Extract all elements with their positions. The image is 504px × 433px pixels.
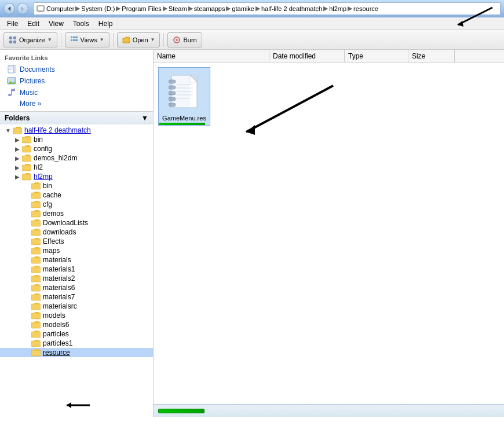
tree-item-downloadlists[interactable]: DownloadLists bbox=[0, 218, 153, 227]
tree-label-18: materials7 bbox=[43, 293, 75, 301]
tree-item-materials2[interactable]: materials2 bbox=[0, 274, 153, 283]
folder-icon bbox=[31, 293, 41, 301]
folder-icon bbox=[31, 237, 41, 245]
tree-expand-1: ▶ bbox=[14, 136, 21, 143]
tree-item-cfg[interactable]: cfg bbox=[0, 200, 153, 209]
notebook-file-icon bbox=[169, 73, 200, 111]
tree-item-bin[interactable]: ▶ bin bbox=[0, 135, 153, 144]
col-header-date[interactable]: Date modified bbox=[269, 50, 345, 62]
tree-item-half-life-2-deathmatch[interactable]: ▼ half-life 2 deathmatch bbox=[0, 126, 153, 135]
forward-button[interactable] bbox=[17, 3, 28, 14]
folder-icon bbox=[31, 256, 41, 264]
tree-item-materials[interactable]: materials bbox=[0, 255, 153, 265]
svg-marker-0 bbox=[8, 6, 10, 11]
views-button[interactable]: Views ▼ bbox=[65, 32, 109, 47]
fav-documents[interactable]: Documents bbox=[5, 64, 149, 75]
menu-edit[interactable]: Edit bbox=[23, 19, 44, 29]
folder-icon bbox=[31, 247, 41, 255]
tree-expand-15 bbox=[23, 266, 30, 273]
tree-label-0: half-life 2 deathmatch bbox=[24, 126, 91, 134]
organize-button[interactable]: Organize ▼ bbox=[3, 32, 57, 47]
menu-view[interactable]: View bbox=[44, 19, 68, 29]
tree-expand-13 bbox=[23, 247, 30, 254]
big-arrow-annotation bbox=[223, 80, 339, 151]
folder-icon bbox=[13, 126, 22, 134]
folder-icon bbox=[31, 348, 41, 357]
col-header-size[interactable]: Size bbox=[408, 50, 455, 62]
folders-header[interactable]: Folders ▼ bbox=[0, 112, 153, 124]
folder-icon bbox=[22, 135, 31, 144]
back-button[interactable] bbox=[3, 3, 15, 14]
tree-item-models[interactable]: models bbox=[0, 311, 153, 320]
fav-pictures[interactable]: Pictures bbox=[5, 75, 149, 87]
tree-item-downloads[interactable]: downloads bbox=[0, 227, 153, 237]
tree-item-materials1[interactable]: materials1 bbox=[0, 265, 153, 274]
address-bar[interactable]: Computer ▶ System (D:) ▶ Program Files ▶… bbox=[34, 2, 501, 15]
tree-item-hl2mp[interactable]: ▶ hl2mp bbox=[0, 172, 153, 181]
svg-rect-33 bbox=[22, 174, 31, 180]
tree-label-3: demos_hl2dm bbox=[34, 154, 77, 162]
tree-item-materials6[interactable]: materials6 bbox=[0, 283, 153, 292]
folder-icon bbox=[31, 228, 41, 236]
svg-rect-30 bbox=[22, 146, 31, 152]
fav-music[interactable]: Music bbox=[5, 87, 149, 98]
tree-item-demos_hl2dm[interactable]: ▶ demos_hl2dm bbox=[0, 153, 153, 163]
tree-label-5: hl2mp bbox=[34, 173, 53, 181]
menu-file[interactable]: File bbox=[2, 19, 23, 29]
more-link[interactable]: More » bbox=[5, 98, 149, 109]
tree-item-maps[interactable]: maps bbox=[0, 246, 153, 255]
tree-label-8: cfg bbox=[43, 200, 52, 208]
favorite-links: Favorite Links Documents bbox=[0, 50, 153, 111]
svg-rect-31 bbox=[22, 156, 31, 162]
svg-line-53 bbox=[246, 86, 333, 132]
tree-item-models6[interactable]: models6 bbox=[0, 320, 153, 329]
svg-rect-48 bbox=[31, 313, 41, 319]
tree-expand-2: ▶ bbox=[14, 145, 21, 152]
title-bar: Computer ▶ System (D:) ▶ Program Files ▶… bbox=[0, 0, 504, 17]
svg-rect-41 bbox=[31, 248, 41, 254]
tree-item-config[interactable]: ▶ config bbox=[0, 144, 153, 153]
menu-tools[interactable]: Tools bbox=[68, 19, 94, 29]
menu-help[interactable]: Help bbox=[94, 19, 118, 29]
col-header-type[interactable]: Type bbox=[345, 50, 408, 62]
tree-item-demos[interactable]: demos bbox=[0, 209, 153, 218]
tree-item-effects[interactable]: Effects bbox=[0, 237, 153, 246]
breadcrumb-path: Computer ▶ System (D:) ▶ Program Files ▶… bbox=[46, 5, 378, 12]
tree-expand-5: ▶ bbox=[14, 173, 21, 180]
tree-expand-24 bbox=[23, 349, 30, 356]
tree-expand-6 bbox=[23, 182, 30, 189]
tree-expand-10 bbox=[23, 219, 30, 226]
selected-file-green-bar bbox=[159, 123, 205, 125]
svg-rect-49 bbox=[31, 322, 41, 328]
organize-icon bbox=[9, 36, 17, 44]
folders-collapse-icon: ▼ bbox=[141, 114, 148, 122]
svg-rect-32 bbox=[22, 165, 31, 171]
folder-icon bbox=[31, 339, 41, 347]
tree-item-materials7[interactable]: materials7 bbox=[0, 292, 153, 302]
folder-icon bbox=[31, 191, 41, 199]
col-header-name[interactable]: Name bbox=[154, 50, 269, 62]
svg-rect-50 bbox=[31, 332, 41, 337]
tree-expand-12 bbox=[23, 238, 30, 245]
tree-label-6: bin bbox=[43, 182, 52, 190]
burn-button[interactable]: Burn bbox=[167, 32, 202, 47]
views-dropdown-arrow: ▼ bbox=[100, 37, 104, 42]
open-button[interactable]: Open ▼ bbox=[117, 32, 160, 47]
tree-item-hl2[interactable]: ▶ hl2 bbox=[0, 163, 153, 172]
tree-item-particles1[interactable]: particles1 bbox=[0, 339, 153, 348]
tree-item-particles[interactable]: particles bbox=[0, 329, 153, 339]
tree-item-bin[interactable]: bin bbox=[0, 181, 153, 190]
svg-rect-27 bbox=[11, 89, 12, 95]
folder-icon bbox=[31, 302, 41, 310]
svg-rect-2 bbox=[37, 6, 44, 11]
svg-rect-14 bbox=[73, 39, 75, 41]
svg-rect-44 bbox=[31, 276, 41, 282]
tree-item-cache[interactable]: cache bbox=[0, 190, 153, 200]
file-area[interactable]: GameMenu.res bbox=[154, 63, 504, 404]
tree-item-materialsrc[interactable]: materialsrc bbox=[0, 302, 153, 311]
svg-rect-15 bbox=[75, 39, 78, 41]
file-gamemenu-res[interactable]: GameMenu.res bbox=[158, 67, 210, 126]
tree-item-resource[interactable]: resource bbox=[0, 348, 153, 357]
svg-point-24 bbox=[9, 79, 11, 81]
svg-rect-3 bbox=[38, 11, 43, 12]
